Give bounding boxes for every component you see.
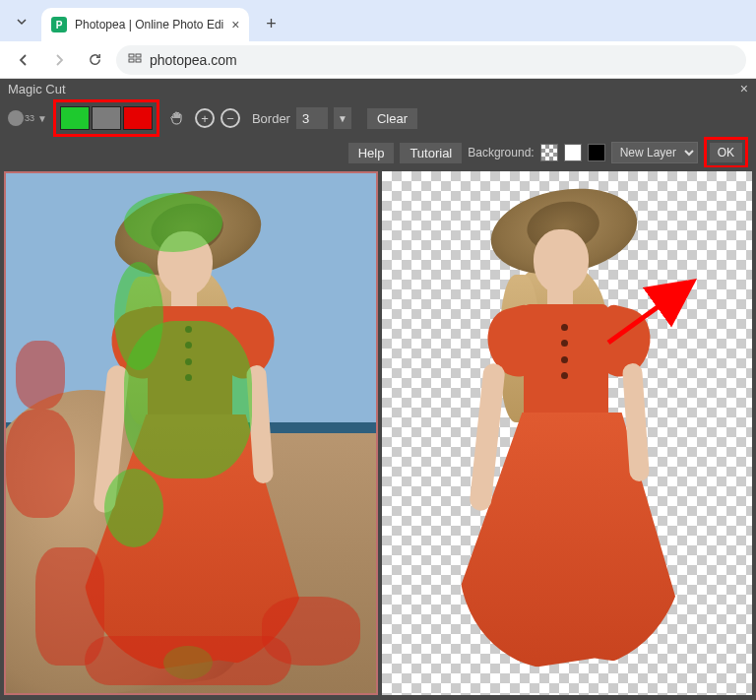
color-mode-group-highlighted <box>53 99 159 137</box>
layer-select[interactable]: New Layer <box>611 142 698 163</box>
bg-swatch-black[interactable] <box>588 144 605 161</box>
green-mask-overlay <box>124 193 222 252</box>
svg-rect-1 <box>136 54 141 57</box>
app-window: Magic Cut × 33 ▼ + − Border ▼ Clear Help… <box>0 79 756 700</box>
hand-tool-icon[interactable] <box>165 106 189 130</box>
new-tab-button[interactable]: + <box>257 10 284 37</box>
source-panel[interactable] <box>4 171 378 695</box>
clear-button[interactable]: Clear <box>367 108 417 129</box>
reload-icon <box>88 52 102 67</box>
toolbar-primary: 33 ▼ + − Border ▼ Clear <box>0 98 756 138</box>
favicon-icon: P <box>51 17 67 32</box>
browser-tab[interactable]: P Photopea | Online Photo Edi × <box>41 8 249 41</box>
subject-person-cutout <box>429 176 705 688</box>
url-bar[interactable]: photopea.com <box>116 45 746 75</box>
tab-list-dropdown[interactable] <box>8 8 35 35</box>
background-label: Background: <box>468 146 534 159</box>
background-paint-red[interactable] <box>123 106 153 130</box>
border-label: Border <box>252 111 290 126</box>
svg-rect-0 <box>129 54 134 57</box>
tab-title: Photopea | Online Photo Edi <box>75 18 223 32</box>
close-dialog-icon[interactable]: × <box>740 81 748 96</box>
bg-swatch-transparent[interactable] <box>540 144 558 161</box>
dialog-title-bar: Magic Cut × <box>0 79 756 98</box>
browser-nav-bar: photopea.com <box>0 41 756 79</box>
browser-tab-strip: P Photopea | Online Photo Edi × + <box>0 0 756 41</box>
ok-button[interactable]: OK <box>710 143 742 162</box>
brush-size-value: 33 <box>25 113 34 123</box>
chevron-down-icon <box>16 16 28 28</box>
foreground-paint-green[interactable] <box>60 106 90 130</box>
svg-rect-2 <box>129 59 134 62</box>
border-dropdown[interactable]: ▼ <box>334 107 351 129</box>
red-mask-overlay <box>85 636 291 685</box>
chevron-down-icon: ▼ <box>37 113 47 124</box>
face-shape <box>534 229 589 294</box>
site-settings-icon[interactable] <box>128 51 142 68</box>
green-mask-overlay <box>104 469 163 547</box>
ok-button-highlighted: OK <box>704 137 748 168</box>
help-button[interactable]: Help <box>348 143 395 163</box>
close-tab-icon[interactable]: × <box>231 17 239 32</box>
brush-circle-icon <box>8 110 24 126</box>
zoom-in-button[interactable]: + <box>195 108 215 128</box>
paint-gray[interactable] <box>92 106 121 130</box>
red-mask-overlay <box>16 341 65 410</box>
arrow-left-icon <box>16 52 32 68</box>
dialog-title: Magic Cut <box>8 82 66 96</box>
url-text: photopea.com <box>150 52 237 68</box>
forward-button[interactable] <box>45 46 73 74</box>
brush-size-indicator[interactable]: 33 ▼ <box>8 110 47 126</box>
bg-swatch-white[interactable] <box>564 144 582 161</box>
border-input[interactable] <box>296 107 328 129</box>
green-mask-overlay <box>124 321 252 478</box>
arrow-right-icon <box>51 52 67 68</box>
canvas-area <box>0 167 756 699</box>
back-button[interactable] <box>10 46 37 74</box>
svg-rect-3 <box>136 59 141 62</box>
red-mask-overlay <box>6 410 75 518</box>
reload-button[interactable] <box>81 46 108 74</box>
toolbar-secondary: Help Tutorial Background: New Layer OK <box>0 138 756 167</box>
zoom-out-button[interactable]: − <box>220 108 240 128</box>
result-panel[interactable] <box>382 171 752 695</box>
dress-shape <box>469 304 665 678</box>
tutorial-button[interactable]: Tutorial <box>400 143 462 163</box>
